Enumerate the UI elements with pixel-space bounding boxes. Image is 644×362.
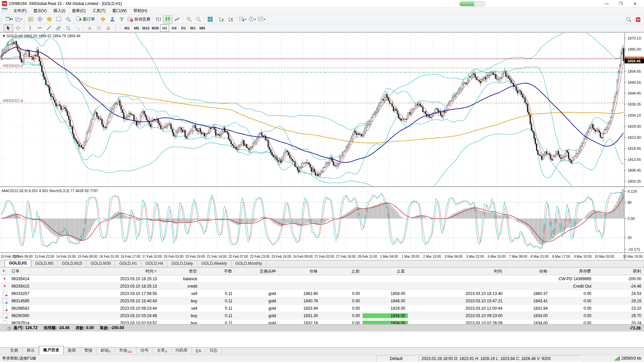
menu-f[interactable]: 文件(F) — [10, 7, 30, 14]
column-header-9[interactable]: 时间 — [408, 267, 505, 275]
terminal-tab-展示[interactable]: 展示 — [22, 347, 39, 355]
text-tool-button[interactable]: A — [85, 24, 94, 32]
history-row-96333257[interactable]: 963332572023.03.10 17:58:55sell0.11gold1… — [0, 290, 644, 297]
timeframe-m1-button[interactable]: M1 — [123, 24, 131, 32]
terminal-button[interactable] — [54, 15, 63, 23]
new-chart-button[interactable]: ▾ — [5, 15, 14, 23]
menu-v[interactable]: 显示(V) — [30, 7, 50, 14]
zoom-out-button[interactable] — [194, 15, 203, 23]
menu-t[interactable]: 工具(T) — [89, 7, 109, 14]
timeframe-mn-button[interactable]: MN — [198, 24, 207, 32]
caret-down-icon[interactable]: ▾ — [21, 18, 22, 21]
column-header-4[interactable]: 手数 — [200, 267, 235, 275]
terminal-tab-文章[interactable]: 文章9 — [153, 347, 171, 355]
column-header-11[interactable]: 库存费 — [550, 267, 594, 275]
menu-h[interactable]: 帮助(H) — [130, 7, 151, 14]
metaeditor-button[interactable] — [98, 15, 108, 23]
terminal-tab-新闻[interactable]: 新闻 — [64, 347, 80, 355]
terminal-tab-邮箱[interactable]: 邮箱6 — [97, 347, 115, 355]
terminal-tab-日志[interactable]: 日志 — [206, 347, 222, 355]
chart-tab-gold-weekly[interactable]: GOLD,Weekly — [197, 260, 231, 267]
fibonacci-tool-button[interactable]: E — [63, 24, 72, 32]
app-badge-button[interactable]: XM — [633, 15, 643, 23]
terminal-tab-账户历史[interactable]: 账户历史 — [39, 346, 64, 355]
vertical-line-tool-button[interactable] — [25, 24, 35, 32]
bar-chart-button[interactable] — [154, 15, 163, 23]
cursor-tool-button[interactable] — [4, 24, 13, 32]
column-header-3[interactable]: 类型 — [160, 267, 200, 275]
chart-tab-gold-m15[interactable]: GOLD,M15 — [58, 260, 87, 267]
templates-button[interactable]: ▾ — [257, 15, 266, 23]
caret-down-icon[interactable]: ▾ — [255, 18, 256, 21]
periods-button[interactable]: ▾ — [248, 15, 257, 23]
timeframe-d1-button[interactable]: D1 — [179, 24, 188, 32]
autotrading-button[interactable]: 自动交易 — [126, 15, 151, 23]
caret-down-icon[interactable]: ▾ — [264, 18, 265, 21]
cycle-lines-tool-button[interactable]: F — [72, 24, 82, 32]
history-table-header[interactable]: 订单时间 ▿类型手数交易品种价格止损止盈时间价格库存费获利 — [0, 267, 644, 275]
minimize-button[interactable]: — — [600, 0, 614, 7]
line-chart-button[interactable] — [172, 15, 182, 23]
auto-scroll-button[interactable] — [217, 15, 226, 23]
caret-down-icon[interactable]: ▾ — [12, 18, 13, 21]
chart-shift-button[interactable] — [226, 15, 236, 23]
terminal-tab-ea[interactable]: EA — [192, 348, 206, 355]
caret-down-icon[interactable]: ▾ — [245, 18, 247, 21]
crosshair-tool-button[interactable] — [13, 24, 22, 32]
candlestick-chart-button[interactable] — [163, 15, 172, 23]
equidistant-channel-tool-button[interactable] — [54, 24, 63, 32]
timeframe-m15-button[interactable]: M15 — [142, 24, 150, 32]
trend-line-tool-button[interactable] — [44, 24, 54, 32]
chart-tab-gold-m30[interactable]: GOLD,M30 — [87, 260, 115, 267]
chart-tab-gold-daily[interactable]: GOLD,Daily — [167, 260, 197, 267]
signals-button[interactable] — [117, 15, 126, 23]
close-button[interactable]: ✕ — [628, 0, 642, 7]
terminal-tab-警报[interactable]: 警报 — [80, 347, 97, 355]
timeframe-m5-button[interactable]: M5 — [132, 24, 141, 32]
navigator-button[interactable] — [45, 15, 54, 23]
terminal-close-icon[interactable]: x — [1, 268, 6, 273]
history-row-96335415[interactable]: ▼963354152023.03.10 18:25:13creditCredit… — [0, 283, 644, 290]
menu-w[interactable]: 窗口(W) — [109, 7, 130, 14]
terminal-tab-信号[interactable]: 信号 — [137, 347, 153, 355]
column-header-5[interactable]: 交易品种 — [235, 267, 279, 275]
chart-tab-gold-h1[interactable]: GOLD,H1 — [115, 260, 142, 267]
horizontal-line-tool-button[interactable] — [35, 24, 44, 32]
column-header-10[interactable]: 价格 — [505, 267, 550, 275]
market-watch-button[interactable] — [26, 15, 35, 23]
menu-c[interactable]: 图表(C) — [69, 7, 89, 14]
data-window-button[interactable] — [35, 15, 45, 23]
timeframe-m30-button[interactable]: M30 — [151, 24, 160, 32]
column-header-2[interactable]: 时间 ▿ — [62, 267, 160, 275]
new-order-button[interactable]: 新订单 — [75, 15, 96, 23]
column-header-7[interactable]: 止损 — [321, 267, 363, 275]
chart-canvas[interactable]: #96325423 sl#96325423 tp1870.101865.0018… — [0, 33, 644, 260]
column-header-1[interactable]: 订单 — [9, 267, 62, 275]
chart-tab-gold-monthly[interactable]: GOLD,Monthly — [231, 260, 266, 267]
chart-tab-gold-m5[interactable]: GOLD,M5 — [31, 260, 58, 267]
tile-windows-button[interactable] — [205, 15, 215, 23]
timeframe-h4-button[interactable]: H4 — [170, 24, 178, 32]
profiles-button[interactable]: ▾ — [14, 15, 23, 23]
history-row-96290390[interactable]: 962903902023.03.10 03:24:48buy0.11gold18… — [0, 312, 644, 319]
chart-tab-gold-h4[interactable]: GOLD,H4 — [141, 260, 167, 267]
timeframe-h1-button[interactable]: H1 — [160, 24, 169, 32]
column-header-6[interactable]: 价格 — [279, 267, 321, 275]
price-chart[interactable]: #96325423 sl#96325423 tp1870.101865.0018… — [0, 32, 644, 260]
label-tool-button[interactable]: T — [94, 24, 104, 32]
terminal-tab-交易[interactable]: 交易 — [6, 347, 22, 355]
history-row-96298582[interactable]: 962985822023.03.10 09:23:44sell0.11gold1… — [0, 305, 644, 312]
history-row-96335414[interactable]: ▼963354142023.03.10 18:25:13balanceCW-PD… — [0, 275, 644, 283]
history-row-96314585[interactable]: 963145852023.03.10 15:40:43buy0.11gold18… — [0, 297, 644, 305]
search-button[interactable] — [624, 15, 633, 23]
restore-button[interactable]: ❐ — [614, 0, 628, 7]
column-header-12[interactable]: 获利 — [594, 267, 644, 275]
shapes-tool-button[interactable] — [104, 24, 113, 32]
timeframe-w1-button[interactable]: W1 — [189, 24, 197, 32]
terminal-tab-市场[interactable]: 市场111 — [115, 347, 137, 355]
status-profile[interactable]: Default — [376, 356, 416, 362]
menu-i[interactable]: 插入(I) — [50, 7, 68, 14]
mql5-community-button[interactable] — [108, 15, 117, 23]
column-header-8[interactable]: 止盈 — [363, 267, 408, 275]
zoom-in-button[interactable] — [184, 15, 194, 23]
